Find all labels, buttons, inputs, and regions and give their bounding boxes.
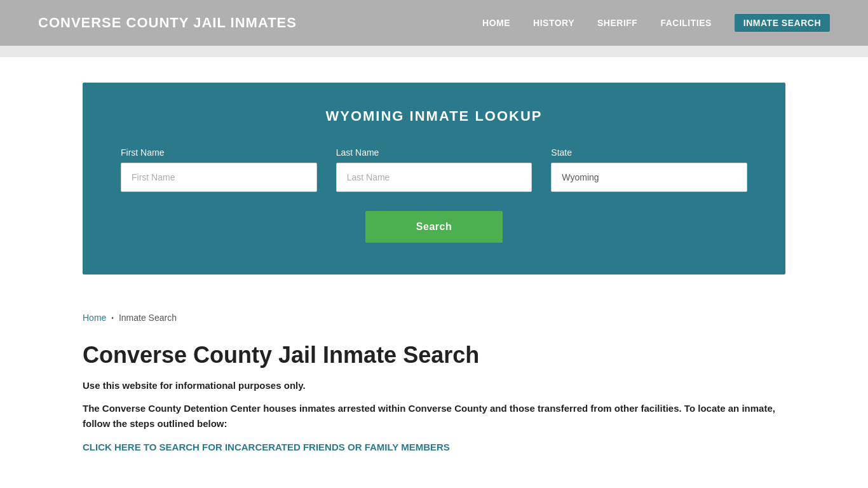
nav-history[interactable]: HISTORY xyxy=(533,18,574,28)
page-title: Converse County Jail Inmate Search xyxy=(83,342,785,369)
info-line1: Use this website for informational purpo… xyxy=(83,380,785,391)
site-header: CONVERSE COUNTY JAIL INMATES HOME HISTOR… xyxy=(0,0,868,46)
breadcrumb-separator: • xyxy=(111,315,114,322)
sub-header-bar xyxy=(0,46,868,57)
site-title: CONVERSE COUNTY JAIL INMATES xyxy=(38,15,297,31)
state-label: State xyxy=(551,147,747,158)
breadcrumb-home-link[interactable]: Home xyxy=(83,313,106,323)
state-input[interactable] xyxy=(551,163,747,192)
first-name-group: First Name xyxy=(121,147,317,192)
click-here-link[interactable]: CLICK HERE to Search for Incarcerated Fr… xyxy=(83,442,450,452)
first-name-label: First Name xyxy=(121,147,317,158)
breadcrumb: Home • Inmate Search xyxy=(0,300,868,329)
search-panel: WYOMING INMATE LOOKUP First Name Last Na… xyxy=(83,83,785,274)
last-name-input[interactable] xyxy=(336,163,532,192)
nav-facilities[interactable]: FACILITIES xyxy=(660,18,711,28)
nav-sheriff[interactable]: SHERIFF xyxy=(597,18,637,28)
info-line2: The Converse County Detention Center hou… xyxy=(83,401,785,431)
last-name-group: Last Name xyxy=(336,147,532,192)
search-button[interactable]: Search xyxy=(365,211,503,243)
search-panel-title: WYOMING INMATE LOOKUP xyxy=(121,108,747,125)
main-content: Converse County Jail Inmate Search Use t… xyxy=(0,329,868,478)
breadcrumb-current: Inmate Search xyxy=(119,313,177,323)
last-name-label: Last Name xyxy=(336,147,532,158)
search-fields: First Name Last Name State xyxy=(121,147,747,192)
state-group: State xyxy=(551,147,747,192)
search-button-row: Search xyxy=(121,211,747,243)
main-nav: HOME HISTORY SHERIFF FACILITIES INMATE S… xyxy=(482,14,830,32)
first-name-input[interactable] xyxy=(121,163,317,192)
nav-inmate-search[interactable]: INMATE SEARCH xyxy=(735,14,830,32)
nav-home[interactable]: HOME xyxy=(482,18,510,28)
